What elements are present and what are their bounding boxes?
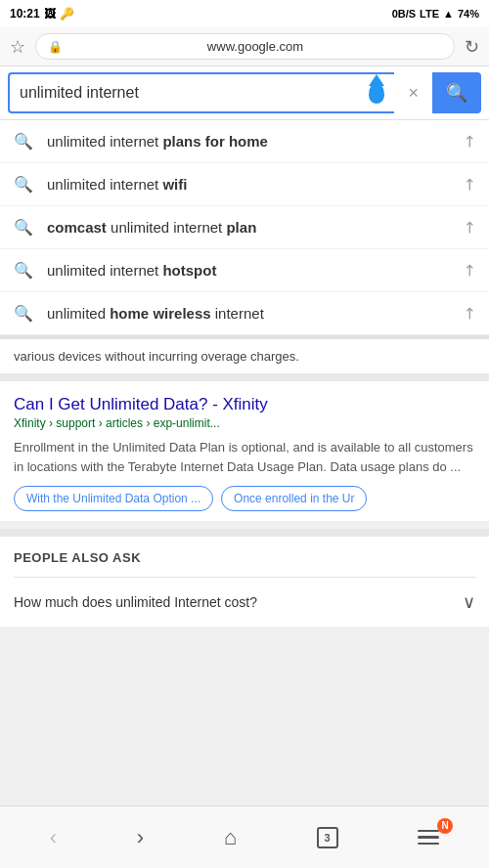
clear-button[interactable]: × [400, 83, 426, 104]
home-button[interactable]: ⌂ [216, 817, 244, 858]
suggestion-text: unlimited internet wifi [47, 176, 463, 193]
forward-button[interactable]: › [129, 817, 152, 858]
key-icon: 🔑 [60, 7, 74, 21]
time: 10:21 [10, 7, 40, 21]
suggestion-text: unlimited home wireless internet [47, 305, 463, 322]
reload-icon[interactable]: ↻ [465, 36, 479, 58]
suggestion-text: comcast unlimited internet plan [47, 219, 463, 236]
battery: 74% [458, 8, 479, 20]
suggestion-item[interactable]: 🔍 unlimited internet plans for home ↗ [0, 120, 489, 163]
result-breadcrumb: Xfinity › support › articles › exp-unlim… [14, 416, 475, 430]
menu-icon [418, 830, 439, 846]
browser-toolbar: ☆ 🔒 www.google.com ↻ [0, 27, 489, 65]
status-right: 0B/S LTE ▲ 74% [392, 8, 479, 20]
nav-bar: ‹ › ⌂ 3 N [0, 805, 489, 868]
search-icon: 🔍 [14, 261, 33, 280]
menu-badge: N [437, 818, 453, 834]
home-icon: ⌂ [224, 825, 237, 850]
back-icon: ‹ [50, 825, 57, 850]
back-button[interactable]: ‹ [42, 817, 65, 858]
paa-question: How much does unlimited Internet cost? [14, 594, 463, 610]
search-container: unlimited internet × 🔍 [0, 66, 489, 120]
search-button[interactable]: 🔍 [432, 72, 481, 113]
url-text: www.google.com [68, 39, 442, 54]
result-chips: With the Unlimited Data Option ... Once … [14, 486, 475, 511]
search-icon: 🔍 [14, 218, 33, 237]
network-type: LTE [420, 8, 439, 20]
search-icon: 🔍 [14, 175, 33, 194]
xfinity-result-card: Can I Get Unlimited Data? - Xfinity Xfin… [0, 381, 489, 521]
result-title[interactable]: Can I Get Unlimited Data? - Xfinity [14, 395, 475, 414]
search-icon: 🔍 [14, 132, 33, 151]
suggestion-item[interactable]: 🔍 unlimited internet hotspot ↗ [0, 249, 489, 292]
forward-icon: › [137, 825, 144, 850]
result-snippet: Enrollment in the Unlimited Data Plan is… [14, 438, 475, 476]
menu-line [418, 830, 439, 833]
search-query: unlimited internet [20, 84, 369, 102]
bookmark-icon[interactable]: ☆ [10, 36, 25, 58]
suggestion-item[interactable]: 🔍 unlimited home wireless internet ↗ [0, 292, 489, 335]
tabs-icon: 3 [317, 827, 338, 848]
tabs-button[interactable]: 3 [309, 819, 346, 856]
suggestion-text: unlimited internet hotspot [47, 262, 463, 279]
paa-item[interactable]: How much does unlimited Internet cost? ∨ [14, 577, 475, 627]
browser-chrome: ☆ 🔒 www.google.com ↻ [0, 27, 489, 66]
suggestions-panel: 🔍 unlimited internet plans for home ↗ 🔍 … [0, 120, 489, 339]
result-chip-1[interactable]: With the Unlimited Data Option ... [14, 486, 213, 511]
suggestion-item[interactable]: 🔍 comcast unlimited internet plan ↗ [0, 206, 489, 249]
data-speed: 0B/S [392, 8, 416, 20]
water-drop-icon [369, 82, 384, 104]
tab-count: 3 [325, 832, 331, 844]
people-also-ask-section: PEOPLE ALSO ASK How much does unlimited … [0, 529, 489, 627]
photo-icon: 🖼 [44, 7, 56, 21]
menu-line [418, 843, 439, 846]
paa-title: PEOPLE ALSO ASK [14, 550, 475, 565]
address-bar[interactable]: 🔒 www.google.com [35, 33, 455, 60]
chevron-down-icon: ∨ [463, 591, 475, 613]
suggestion-item[interactable]: 🔍 unlimited internet wifi ↗ [0, 163, 489, 206]
search-icon: 🔍 [14, 304, 33, 323]
suggestion-text: unlimited internet plans for home [47, 133, 463, 150]
search-icon: 🔍 [446, 83, 467, 103]
menu-button[interactable]: N [410, 822, 447, 853]
overage-snippet: various devices without incurring overag… [0, 339, 489, 381]
search-input-wrapper[interactable]: unlimited internet [8, 72, 394, 113]
lock-icon: 🔒 [48, 40, 63, 54]
menu-line [418, 836, 439, 839]
signal-icon: ▲ [443, 8, 454, 20]
status-left: 10:21 🖼 🔑 [10, 7, 74, 21]
overage-text: various devices without incurring overag… [14, 349, 299, 364]
result-chip-2[interactable]: Once enrolled in the Ur [221, 486, 367, 511]
status-bar: 10:21 🖼 🔑 0B/S LTE ▲ 74% [0, 0, 489, 27]
